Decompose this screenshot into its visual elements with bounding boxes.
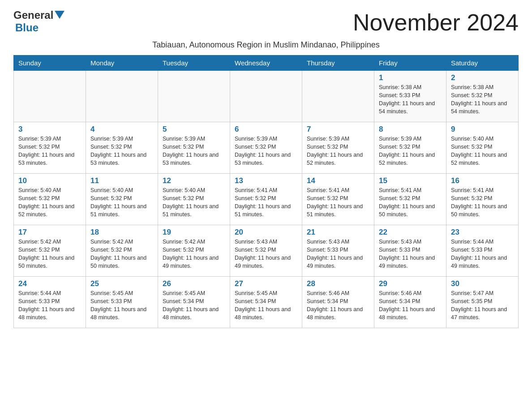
calendar-header-saturday: Saturday (446, 56, 519, 71)
calendar-header-friday: Friday (374, 56, 446, 71)
calendar-header-wednesday: Wednesday (230, 56, 302, 71)
calendar-cell (14, 71, 86, 122)
day-info: Sunrise: 5:40 AM Sunset: 5:32 PM Dayligh… (18, 186, 81, 219)
day-number: 11 (90, 176, 153, 185)
day-number: 10 (18, 176, 81, 185)
day-info: Sunrise: 5:45 AM Sunset: 5:34 PM Dayligh… (235, 289, 297, 322)
calendar-cell: 14Sunrise: 5:41 AM Sunset: 5:32 PM Dayli… (302, 174, 374, 225)
day-info: Sunrise: 5:47 AM Sunset: 5:35 PM Dayligh… (451, 289, 514, 322)
day-info: Sunrise: 5:44 AM Sunset: 5:33 PM Dayligh… (451, 238, 514, 270)
day-info: Sunrise: 5:39 AM Sunset: 5:32 PM Dayligh… (307, 135, 369, 167)
day-info: Sunrise: 5:45 AM Sunset: 5:34 PM Dayligh… (163, 289, 225, 322)
day-number: 13 (235, 176, 297, 185)
day-info: Sunrise: 5:40 AM Sunset: 5:32 PM Dayligh… (451, 135, 514, 167)
day-info: Sunrise: 5:41 AM Sunset: 5:32 PM Dayligh… (307, 186, 369, 219)
month-title: November 2024 (353, 9, 519, 36)
day-number: 20 (235, 228, 297, 237)
day-info: Sunrise: 5:41 AM Sunset: 5:32 PM Dayligh… (379, 186, 442, 219)
day-number: 21 (307, 228, 369, 237)
day-info: Sunrise: 5:45 AM Sunset: 5:33 PM Dayligh… (90, 289, 153, 322)
calendar-header-thursday: Thursday (302, 56, 374, 71)
day-number: 28 (307, 279, 369, 288)
calendar-cell: 3Sunrise: 5:39 AM Sunset: 5:32 PM Daylig… (14, 122, 86, 174)
day-info: Sunrise: 5:39 AM Sunset: 5:32 PM Dayligh… (90, 135, 153, 167)
day-number: 27 (235, 279, 297, 288)
day-info: Sunrise: 5:38 AM Sunset: 5:33 PM Dayligh… (379, 83, 442, 116)
calendar-cell: 4Sunrise: 5:39 AM Sunset: 5:32 PM Daylig… (86, 122, 158, 174)
calendar-cell: 24Sunrise: 5:44 AM Sunset: 5:33 PM Dayli… (14, 277, 86, 328)
calendar-cell: 18Sunrise: 5:42 AM Sunset: 5:32 PM Dayli… (86, 225, 158, 277)
logo: General Blue (13, 9, 64, 34)
calendar-cell: 2Sunrise: 5:38 AM Sunset: 5:32 PM Daylig… (446, 71, 519, 122)
day-number: 24 (18, 279, 81, 288)
calendar-cell (230, 71, 302, 122)
calendar-cell: 16Sunrise: 5:41 AM Sunset: 5:32 PM Dayli… (446, 174, 519, 225)
day-info: Sunrise: 5:42 AM Sunset: 5:32 PM Dayligh… (18, 238, 81, 270)
day-info: Sunrise: 5:44 AM Sunset: 5:33 PM Dayligh… (18, 289, 81, 322)
day-info: Sunrise: 5:43 AM Sunset: 5:33 PM Dayligh… (379, 238, 442, 270)
logo-blue-text: Blue (15, 21, 39, 34)
day-number: 4 (90, 125, 153, 134)
day-number: 15 (379, 176, 442, 185)
calendar-header-sunday: Sunday (14, 56, 86, 71)
calendar-week-row: 3Sunrise: 5:39 AM Sunset: 5:32 PM Daylig… (14, 122, 519, 174)
day-info: Sunrise: 5:40 AM Sunset: 5:32 PM Dayligh… (163, 186, 225, 219)
day-number: 8 (379, 125, 442, 134)
day-number: 12 (163, 176, 225, 185)
calendar-header-monday: Monday (86, 56, 158, 71)
day-info: Sunrise: 5:46 AM Sunset: 5:34 PM Dayligh… (379, 289, 442, 322)
day-number: 5 (163, 125, 225, 134)
day-info: Sunrise: 5:38 AM Sunset: 5:32 PM Dayligh… (451, 83, 514, 116)
calendar-cell: 19Sunrise: 5:42 AM Sunset: 5:32 PM Dayli… (158, 225, 230, 277)
calendar-cell: 13Sunrise: 5:41 AM Sunset: 5:32 PM Dayli… (230, 174, 302, 225)
calendar-header-row: SundayMondayTuesdayWednesdayThursdayFrid… (14, 56, 519, 71)
calendar-week-row: 10Sunrise: 5:40 AM Sunset: 5:32 PM Dayli… (14, 174, 519, 225)
day-info: Sunrise: 5:41 AM Sunset: 5:32 PM Dayligh… (235, 186, 297, 219)
page-header: General Blue November 2024 (13, 9, 519, 36)
day-number: 19 (163, 228, 225, 237)
day-info: Sunrise: 5:43 AM Sunset: 5:32 PM Dayligh… (235, 238, 297, 270)
day-number: 7 (307, 125, 369, 134)
day-info: Sunrise: 5:41 AM Sunset: 5:32 PM Dayligh… (451, 186, 514, 219)
logo-general-text: General (13, 9, 53, 21)
calendar-week-row: 17Sunrise: 5:42 AM Sunset: 5:32 PM Dayli… (14, 225, 519, 277)
day-number: 23 (451, 228, 514, 237)
day-number: 29 (379, 279, 442, 288)
calendar-cell: 22Sunrise: 5:43 AM Sunset: 5:33 PM Dayli… (374, 225, 446, 277)
calendar-cell: 12Sunrise: 5:40 AM Sunset: 5:32 PM Dayli… (158, 174, 230, 225)
day-info: Sunrise: 5:39 AM Sunset: 5:32 PM Dayligh… (18, 135, 81, 167)
day-info: Sunrise: 5:43 AM Sunset: 5:33 PM Dayligh… (307, 238, 369, 270)
calendar-cell (302, 71, 374, 122)
calendar-cell: 7Sunrise: 5:39 AM Sunset: 5:32 PM Daylig… (302, 122, 374, 174)
calendar-table: SundayMondayTuesdayWednesdayThursdayFrid… (13, 55, 519, 328)
calendar-cell: 5Sunrise: 5:39 AM Sunset: 5:32 PM Daylig… (158, 122, 230, 174)
calendar-cell: 28Sunrise: 5:46 AM Sunset: 5:34 PM Dayli… (302, 277, 374, 328)
calendar-cell: 6Sunrise: 5:39 AM Sunset: 5:32 PM Daylig… (230, 122, 302, 174)
day-info: Sunrise: 5:39 AM Sunset: 5:32 PM Dayligh… (163, 135, 225, 167)
calendar-cell: 20Sunrise: 5:43 AM Sunset: 5:32 PM Dayli… (230, 225, 302, 277)
calendar-cell (86, 71, 158, 122)
day-number: 9 (451, 125, 514, 134)
day-info: Sunrise: 5:39 AM Sunset: 5:32 PM Dayligh… (379, 135, 442, 167)
day-number: 2 (451, 73, 514, 82)
day-info: Sunrise: 5:42 AM Sunset: 5:32 PM Dayligh… (90, 238, 153, 270)
day-number: 6 (235, 125, 297, 134)
calendar-week-row: 1Sunrise: 5:38 AM Sunset: 5:33 PM Daylig… (14, 71, 519, 122)
day-info: Sunrise: 5:42 AM Sunset: 5:32 PM Dayligh… (163, 238, 225, 270)
calendar-cell: 11Sunrise: 5:40 AM Sunset: 5:32 PM Dayli… (86, 174, 158, 225)
calendar-cell: 10Sunrise: 5:40 AM Sunset: 5:32 PM Dayli… (14, 174, 86, 225)
day-number: 17 (18, 228, 81, 237)
calendar-cell (158, 71, 230, 122)
calendar-cell: 21Sunrise: 5:43 AM Sunset: 5:33 PM Dayli… (302, 225, 374, 277)
day-number: 22 (379, 228, 442, 237)
calendar-cell: 29Sunrise: 5:46 AM Sunset: 5:34 PM Dayli… (374, 277, 446, 328)
svg-marker-0 (55, 11, 64, 19)
day-number: 3 (18, 125, 81, 134)
subtitle: Tabiauan, Autonomous Region in Muslim Mi… (13, 40, 519, 50)
calendar-cell: 23Sunrise: 5:44 AM Sunset: 5:33 PM Dayli… (446, 225, 519, 277)
day-number: 30 (451, 279, 514, 288)
calendar-cell: 17Sunrise: 5:42 AM Sunset: 5:32 PM Dayli… (14, 225, 86, 277)
calendar-header-tuesday: Tuesday (158, 56, 230, 71)
calendar-cell: 1Sunrise: 5:38 AM Sunset: 5:33 PM Daylig… (374, 71, 446, 122)
calendar-cell: 27Sunrise: 5:45 AM Sunset: 5:34 PM Dayli… (230, 277, 302, 328)
